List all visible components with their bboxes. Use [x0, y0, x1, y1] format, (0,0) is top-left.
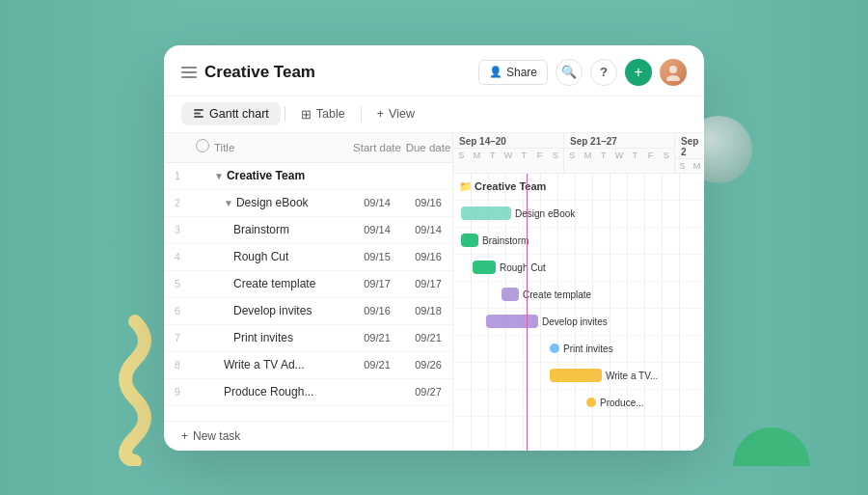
- row-start: 09/17: [350, 278, 404, 289]
- table-row[interactable]: 4 Rough Cut 09/15 09/16: [164, 244, 452, 271]
- row-due: 09/14: [404, 224, 452, 235]
- day-t2: T: [516, 149, 531, 162]
- gantt-row-1: 📁 Creative Team: [453, 174, 704, 201]
- expand-icon[interactable]: ▼: [224, 198, 233, 208]
- row-due: 09/27: [404, 386, 452, 398]
- gantt-bar-label: Produce...: [600, 398, 644, 408]
- table-header: Title Start date Due date: [164, 133, 452, 163]
- row-title: Print invites: [214, 331, 350, 344]
- gantt-bar[interactable]: [461, 206, 511, 220]
- row-start: 09/15: [350, 251, 404, 262]
- tab-view[interactable]: + View: [366, 102, 426, 125]
- table-row[interactable]: 7 Print invites 09/21 09/21: [164, 325, 452, 352]
- header-left: Creative Team: [181, 63, 315, 82]
- gantt-section: Sep 14–20 S M T W T F S Sep 21–27 S: [453, 133, 704, 451]
- tabs-bar: Gantt chart ⊞ Table + View: [164, 96, 704, 133]
- new-task-button[interactable]: + New task: [164, 421, 452, 451]
- row-num: 7: [164, 332, 191, 344]
- view-tab-label: View: [389, 107, 415, 121]
- today-line: [527, 174, 528, 451]
- row-num: 5: [164, 278, 191, 289]
- gantt-row-8: Write a TV...: [453, 363, 704, 390]
- menu-icon[interactable]: [181, 67, 197, 78]
- gantt-row-7: Print invites: [453, 336, 704, 363]
- table-row[interactable]: 5 Create template 09/17 09/17: [164, 271, 452, 298]
- title-col-header: Title: [214, 142, 350, 153]
- row-num: 8: [164, 359, 191, 371]
- share-button[interactable]: 👤 Share: [478, 60, 548, 85]
- main-card: Creative Team 👤 Share 🔍 ? +: [164, 45, 704, 451]
- day-s3: S: [564, 149, 580, 162]
- table-row[interactable]: 1 ▼Creative Team: [164, 163, 452, 190]
- table-tab-icon: ⊞: [301, 107, 312, 122]
- content-area: Title Start date Due date 1 ▼Creative Te…: [164, 133, 704, 451]
- gantt-row-4: Rough Cut: [453, 255, 704, 282]
- bg-curtain-right: [694, 0, 868, 495]
- row-title: Brainstorm: [214, 223, 350, 236]
- day-m1: M: [469, 149, 484, 162]
- table-body: 1 ▼Creative Team 2 ▼Design eBook 09/14 0…: [164, 163, 452, 421]
- svg-rect-4: [194, 116, 203, 118]
- share-icon: 👤: [489, 66, 502, 78]
- share-label: Share: [506, 66, 537, 79]
- gantt-tab-label: Gantt chart: [209, 107, 269, 121]
- bg-halfcircle-icon: [733, 427, 810, 466]
- day-w2: W: [611, 149, 627, 162]
- table-row[interactable]: 3 Brainstorm 09/14 09/14: [164, 217, 452, 244]
- due-col-header: Due date: [404, 142, 452, 153]
- gantt-bar[interactable]: [473, 261, 496, 274]
- help-button[interactable]: ?: [590, 59, 617, 86]
- settings-col-header[interactable]: [191, 139, 214, 156]
- tab-gantt[interactable]: Gantt chart: [181, 102, 281, 125]
- week-col-partial: Sep 2 S M: [675, 133, 704, 173]
- week-label-2: Sep 21–27: [564, 133, 674, 149]
- new-task-icon: +: [181, 429, 188, 443]
- week-label-3: Sep 2: [675, 133, 704, 159]
- gantt-bar[interactable]: [502, 288, 519, 301]
- row-due: 09/26: [404, 359, 452, 371]
- gantt-group-label: Creative Team: [475, 180, 546, 192]
- table-row[interactable]: 2 ▼Design eBook 09/14 09/16: [164, 190, 452, 217]
- search-button[interactable]: 🔍: [556, 59, 583, 86]
- day-labels-2: S M T W T F S: [564, 149, 674, 162]
- row-title: Create template: [214, 277, 350, 290]
- table-row[interactable]: 9 Produce Rough... 09/27: [164, 379, 452, 406]
- gantt-row-2: Design eBook: [453, 201, 704, 228]
- search-icon: 🔍: [561, 65, 577, 79]
- page-title: Creative Team: [204, 63, 315, 82]
- table-section: Title Start date Due date 1 ▼Creative Te…: [164, 133, 453, 451]
- bg-curtain-left: [0, 0, 174, 495]
- week-col-1: Sep 14–20 S M T W T F S: [453, 133, 564, 173]
- gantt-bar[interactable]: [486, 315, 538, 328]
- expand-icon[interactable]: ▼: [214, 171, 224, 181]
- settings-icon[interactable]: [196, 139, 209, 152]
- avatar: [660, 59, 687, 86]
- gantt-bar[interactable]: [550, 369, 602, 382]
- row-due: 09/18: [404, 305, 452, 316]
- tab-table[interactable]: ⊞ Table: [289, 102, 357, 126]
- table-row[interactable]: 6 Develop invites 09/16 09/18: [164, 298, 452, 325]
- gantt-row-6: Develop invites: [453, 309, 704, 336]
- gantt-bar-label: Develop invites: [542, 316, 608, 327]
- day-f2: F: [642, 149, 658, 162]
- row-start: 09/14: [350, 197, 404, 208]
- gantt-bar[interactable]: [461, 234, 478, 247]
- row-num: 1: [164, 170, 191, 181]
- bg-squiggle-icon: [96, 312, 174, 466]
- folder-icon: 📁: [459, 180, 473, 193]
- add-button[interactable]: +: [625, 59, 652, 86]
- card-header: Creative Team 👤 Share 🔍 ? +: [164, 45, 704, 96]
- day-t4: T: [627, 149, 642, 162]
- gantt-bar-label: Brainstorm: [482, 235, 529, 246]
- gantt-dot[interactable]: [586, 398, 596, 407]
- gantt-dot[interactable]: [550, 344, 559, 353]
- week-label-1: Sep 14–20: [453, 133, 563, 149]
- table-row[interactable]: 8 Write a TV Ad... 09/21 09/26: [164, 352, 452, 379]
- row-due: 09/17: [404, 278, 452, 289]
- row-num: 2: [164, 197, 191, 208]
- gantt-tab-icon: [193, 107, 204, 121]
- gantt-body: 📁 Creative Team Design eBook Brainstorm: [453, 174, 704, 451]
- gantt-bar-label: Design eBook: [515, 208, 575, 219]
- svg-point-0: [669, 66, 677, 73]
- day-s1: S: [453, 149, 469, 162]
